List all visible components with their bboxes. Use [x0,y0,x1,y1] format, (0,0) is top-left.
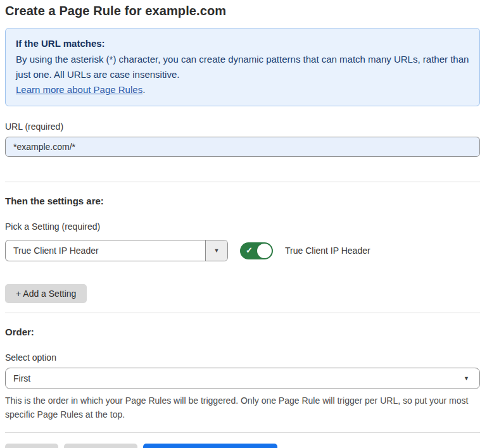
page-title: Create a Page Rule for example.com [5,4,480,18]
order-select-dropdown[interactable]: First ▼ [5,368,480,389]
url-input[interactable] [5,137,480,157]
section-divider [5,182,480,182]
check-icon: ✓ [246,246,253,255]
url-match-info-box: If the URL matches: By using the asteris… [5,28,480,106]
url-field-label: URL (required) [5,121,480,132]
footer-actions: Cancel Save as Draft Save and Deploy Pag… [5,444,480,448]
footer-divider [5,432,480,433]
order-select-label: Select option [5,352,480,363]
settings-section-heading: Then the settings are: [5,196,480,206]
cancel-button[interactable]: Cancel [5,444,58,448]
save-as-draft-button[interactable]: Save as Draft [64,444,138,448]
pick-setting-label: Pick a Setting (required) [5,221,480,232]
chevron-down-icon[interactable]: ▼ [205,240,227,261]
add-setting-button[interactable]: + Add a Setting [5,284,87,303]
info-box-body: By using the asterisk (*) character, you… [16,52,469,82]
info-box-link-line: Learn more about Page Rules. [16,82,469,97]
create-page-rule-panel: Create a Page Rule for example.com If th… [0,0,487,448]
toggle-knob [257,244,272,258]
link-period: . [142,84,145,95]
section-divider [5,313,480,313]
order-section-heading: Order: [5,327,480,337]
info-box-heading: If the URL matches: [16,36,469,51]
setting-row: True Client IP Header ▼ ✓ True Client IP… [5,240,480,261]
save-and-deploy-button[interactable]: Save and Deploy Page Rule [143,444,277,448]
order-select-value: First [13,373,30,383]
setting-toggle-label: True Client IP Header [285,246,370,256]
learn-more-link[interactable]: Learn more about Page Rules [16,84,142,95]
setting-picker-dropdown[interactable]: True Client IP Header ▼ [5,240,228,261]
order-help-text: This is the order in which your Page Rul… [5,394,474,421]
setting-picker-value: True Client IP Header [6,240,205,261]
setting-toggle[interactable]: ✓ [240,242,273,259]
chevron-down-icon: ▼ [464,375,469,382]
